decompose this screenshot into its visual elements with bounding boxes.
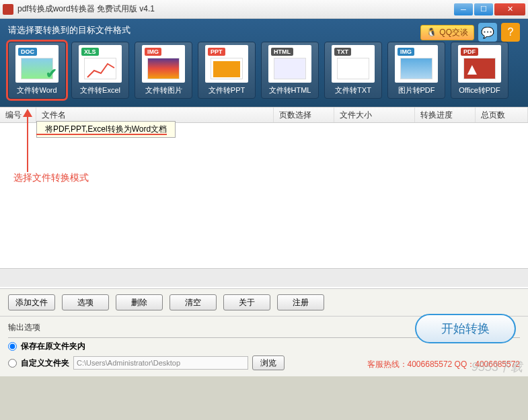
format-label: 文件转Excel bbox=[80, 85, 120, 95]
format-tag: IMG bbox=[145, 48, 161, 56]
format-tag: PDF bbox=[461, 48, 478, 56]
format-item-0[interactable]: DOC✔文件转Word bbox=[8, 42, 66, 99]
titlebar: pdf转换成word转换器 免费试用版 v4.1 ─ ☐ ✕ bbox=[0, 0, 528, 19]
format-icon: IMG bbox=[142, 45, 185, 83]
format-label: 文件转TXT bbox=[335, 85, 371, 95]
watermark: 9553下载 bbox=[472, 359, 523, 375]
format-icon: DOC✔ bbox=[15, 45, 59, 83]
col-filename[interactable]: 文件名 bbox=[36, 108, 274, 122]
tooltip: 将PDF,PPT,Excel转换为Word文档 bbox=[36, 121, 176, 138]
format-preview bbox=[274, 58, 306, 79]
format-header: 请选择要转换到的目标文件格式 🐧 QQ交谈 💬 ? DOC✔文件转WordXLS… bbox=[0, 19, 528, 107]
col-pages[interactable]: 页数选择 bbox=[274, 108, 334, 122]
format-tag: TXT bbox=[334, 48, 351, 56]
about-button[interactable]: 关于 bbox=[223, 294, 270, 310]
format-preview bbox=[84, 58, 116, 79]
format-icon: HTML bbox=[268, 45, 311, 83]
format-icon: PPT bbox=[205, 45, 248, 83]
format-preview: ▲ bbox=[463, 58, 496, 79]
radio-same-folder[interactable] bbox=[8, 342, 17, 351]
table-body[interactable] bbox=[0, 123, 528, 268]
annotation-text: 选择文件转换模式 bbox=[13, 172, 89, 184]
format-label: 文件转图片 bbox=[145, 85, 182, 95]
format-item-3[interactable]: PPT文件转PPT bbox=[198, 42, 256, 99]
window-title: pdf转换成word转换器 免费试用版 v4.1 bbox=[17, 3, 454, 15]
maximize-button[interactable]: ☐ bbox=[474, 3, 493, 15]
format-item-2[interactable]: IMG文件转图片 bbox=[135, 42, 192, 99]
format-icon: TXT bbox=[332, 45, 375, 83]
format-label: 文件转PPT bbox=[209, 85, 245, 95]
format-item-4[interactable]: HTML文件转HTML bbox=[261, 42, 319, 99]
format-icon: PDF▲ bbox=[458, 45, 501, 83]
options-button[interactable]: 选项 bbox=[62, 294, 109, 310]
qq-chat-button[interactable]: 🐧 QQ交谈 bbox=[420, 25, 474, 40]
delete-button[interactable]: 删除 bbox=[116, 294, 163, 310]
format-preview bbox=[337, 58, 369, 79]
format-preview bbox=[400, 58, 432, 79]
check-icon: ✔ bbox=[46, 65, 57, 81]
help-icon[interactable]: ? bbox=[501, 23, 520, 42]
format-icon: XLS bbox=[79, 45, 122, 83]
output-path-input[interactable] bbox=[73, 356, 248, 370]
minimize-button[interactable]: ─ bbox=[454, 3, 473, 15]
format-item-6[interactable]: IMG图片转PDF bbox=[387, 42, 445, 99]
format-preview bbox=[147, 58, 180, 79]
app-icon bbox=[3, 4, 13, 15]
annotation-arrow-head bbox=[23, 109, 32, 117]
radio-custom-folder-label: 自定义文件夹 bbox=[21, 358, 69, 368]
format-preview bbox=[211, 58, 243, 79]
output-section: 输出选项 保存在原文件夹内 自定义文件夹 浏览 开始转换 客服热线：400668… bbox=[0, 316, 528, 376]
radio-custom-folder[interactable] bbox=[8, 359, 17, 368]
format-row: DOC✔文件转WordXLS文件转ExcelIMG文件转图片PPT文件转PPTH… bbox=[8, 42, 520, 99]
table-footer bbox=[0, 268, 528, 287]
add-file-button[interactable]: 添加文件 bbox=[8, 294, 55, 310]
format-item-7[interactable]: PDF▲Office转PDF bbox=[451, 42, 508, 99]
format-tag: DOC bbox=[18, 48, 37, 56]
format-tag: IMG bbox=[398, 48, 414, 56]
register-button[interactable]: 注册 bbox=[277, 294, 324, 310]
close-button[interactable]: ✕ bbox=[494, 3, 525, 15]
browse-button[interactable]: 浏览 bbox=[252, 355, 285, 370]
format-item-5[interactable]: TXT文件转TXT bbox=[324, 42, 382, 99]
format-tag: PPT bbox=[208, 48, 225, 56]
start-convert-button[interactable]: 开始转换 bbox=[415, 314, 516, 343]
clear-button[interactable]: 清空 bbox=[169, 294, 217, 310]
format-icon: IMG bbox=[395, 45, 438, 83]
format-tag: XLS bbox=[81, 48, 99, 56]
chat-icon[interactable]: 💬 bbox=[478, 23, 497, 42]
format-label: 图片转PDF bbox=[398, 85, 435, 95]
col-total[interactable]: 总页数 bbox=[476, 108, 528, 122]
col-size[interactable]: 文件大小 bbox=[334, 108, 415, 122]
tooltip-underline bbox=[36, 134, 167, 135]
annotation-arrow bbox=[27, 113, 28, 172]
format-label: 文件转HTML bbox=[269, 85, 311, 95]
format-label: 文件转Word bbox=[17, 85, 56, 95]
format-label: Office转PDF bbox=[459, 85, 500, 95]
button-bar: 添加文件 选项 删除 清空 关于 注册 bbox=[0, 288, 528, 316]
format-tag: HTML bbox=[271, 48, 293, 56]
col-progress[interactable]: 转换进度 bbox=[415, 108, 476, 122]
format-item-1[interactable]: XLS文件转Excel bbox=[71, 42, 129, 99]
radio-same-folder-label: 保存在原文件夹内 bbox=[21, 341, 85, 351]
